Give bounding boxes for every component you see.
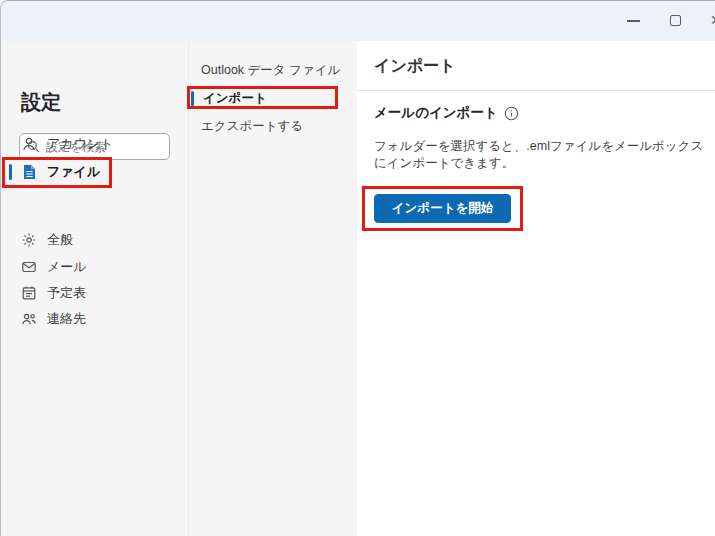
sidebar-item-account[interactable]: アカウント xyxy=(1,131,189,157)
sidebar-item-label: 全般 xyxy=(47,231,73,249)
sidebar-item-label: 予定表 xyxy=(47,284,86,302)
person-icon xyxy=(21,136,37,152)
sidebar-item-label: アカウント xyxy=(47,135,114,153)
subnav-item-import[interactable]: インポート xyxy=(189,87,357,109)
import-description: フォルダーを選択すると、.emlファイルをメールボックスにインポートできます。 xyxy=(374,138,712,172)
subnav-item-export[interactable]: エクスポートする xyxy=(189,115,357,137)
sidebar-item-label: 連絡先 xyxy=(47,310,86,328)
import-panel: インポート メールのインポート フォルダーを選択すると、.emlファイルをメール… xyxy=(357,41,715,536)
section-heading: メールのインポート xyxy=(374,104,498,122)
sidebar-item-general[interactable]: 全般 xyxy=(1,227,189,253)
selected-indicator xyxy=(9,164,12,180)
close-icon: ✕ xyxy=(710,12,715,28)
subnav-item-label: Outlook データ ファイル xyxy=(201,62,340,79)
sidebar-item-mail[interactable]: メール xyxy=(1,254,189,280)
settings-window: ✕ 設定 アカウント xyxy=(0,0,715,536)
close-button[interactable]: ✕ xyxy=(705,10,715,32)
people-icon xyxy=(21,311,37,327)
title-bar: ✕ xyxy=(1,1,715,41)
sidebar-item-label: メール xyxy=(47,258,87,276)
page-title: インポート xyxy=(374,56,456,77)
sidebar-item-contacts[interactable]: 連絡先 xyxy=(1,306,189,332)
calendar-icon xyxy=(21,285,37,301)
selected-indicator xyxy=(191,91,194,106)
subnav-item-label: エクスポートする xyxy=(201,118,303,135)
file-subnav: Outlook データ ファイル インポート エクスポートする xyxy=(189,41,357,536)
subnav-item-outlook-data-file[interactable]: Outlook データ ファイル xyxy=(189,59,357,81)
start-import-button[interactable]: インポートを開始 xyxy=(374,194,511,223)
settings-sidebar: 設定 アカウント xyxy=(1,41,189,536)
mail-import-section-header: メールのインポート xyxy=(374,104,519,122)
sidebar-item-file[interactable]: ファイル xyxy=(1,159,189,185)
minimize-icon xyxy=(627,20,640,22)
subnav-item-label: インポート xyxy=(203,90,267,107)
info-icon[interactable] xyxy=(504,106,519,121)
maximize-button[interactable] xyxy=(665,10,687,32)
settings-heading: 設定 xyxy=(21,89,61,116)
sidebar-item-label: ファイル xyxy=(47,163,100,181)
mail-icon xyxy=(21,259,37,275)
divider xyxy=(357,90,715,91)
minimize-button[interactable] xyxy=(623,10,645,32)
gear-icon xyxy=(21,232,37,248)
document-icon xyxy=(21,164,37,180)
sidebar-item-calendar[interactable]: 予定表 xyxy=(1,280,189,306)
maximize-icon xyxy=(670,15,681,26)
